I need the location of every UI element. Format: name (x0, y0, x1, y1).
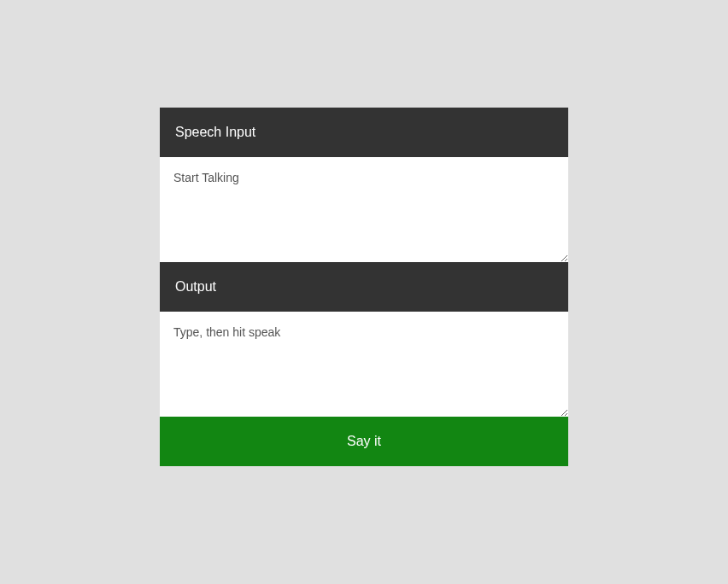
speech-input-body (160, 157, 568, 262)
main-container: Speech Input Output Say it (160, 108, 568, 466)
output-header: Output (160, 262, 568, 312)
speech-input-textarea[interactable] (160, 157, 568, 262)
output-body (160, 312, 568, 417)
speech-input-header: Speech Input (160, 108, 568, 157)
output-textarea[interactable] (160, 312, 568, 417)
say-it-button[interactable]: Say it (160, 417, 568, 466)
